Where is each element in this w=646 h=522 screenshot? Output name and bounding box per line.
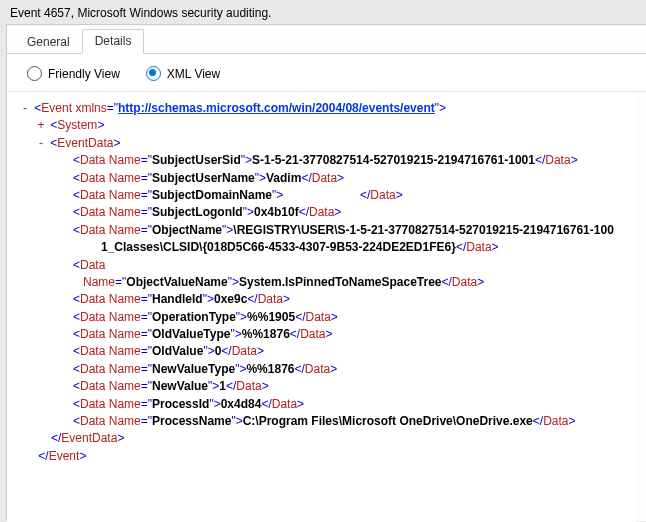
expand-icon[interactable]: + [35, 117, 47, 134]
data-element: <Data Name="OperationType">%%1905</Data> [19, 309, 624, 326]
data-element: <Data Name="ObjectValueName">System.IsPi… [19, 257, 624, 292]
tabs: General Details [7, 25, 646, 54]
xml-view-label: XML View [167, 67, 220, 81]
event-open-tag: Event [41, 101, 72, 115]
data-element: <Data Name="NewValueType">%%1876</Data> [19, 361, 624, 378]
xmlns-link[interactable]: http://schemas.microsoft.com/win/2004/08… [118, 101, 435, 115]
tab-details[interactable]: Details [82, 29, 145, 54]
data-element: <Data Name="ProcessId">0x4d84</Data> [19, 396, 624, 413]
event-close-tag: Event [49, 449, 80, 463]
eventdata-close-tag: EventData [61, 431, 117, 445]
collapse-icon[interactable]: - [19, 100, 31, 117]
xml-view-radio[interactable]: XML View [146, 66, 220, 81]
data-element: <Data Name="SubjectUserName">Vadim</Data… [19, 170, 624, 187]
eventdata-open-tag: EventData [57, 136, 113, 150]
data-element: <Data Name="ObjectName">\REGISTRY\USER\S… [19, 222, 624, 257]
system-tag: System [57, 118, 97, 132]
data-element: <Data Name="HandleId">0xe9c</Data> [19, 291, 624, 308]
details-panel: General Details Friendly View XML View -… [6, 24, 646, 521]
friendly-view-radio[interactable]: Friendly View [27, 66, 120, 81]
friendly-view-label: Friendly View [48, 67, 120, 81]
data-element: <Data Name="OldValue">0</Data> [19, 343, 624, 360]
radio-icon [146, 66, 161, 81]
data-element: <Data Name="SubjectUserSid">S-1-5-21-377… [19, 152, 624, 169]
data-element: <Data Name="NewValue">1</Data> [19, 378, 624, 395]
tab-general[interactable]: General [15, 31, 82, 54]
xml-content: - <Event xmlns="http://schemas.microsoft… [7, 92, 636, 522]
window-title: Event 4657, Microsoft Windows security a… [0, 0, 646, 24]
data-element: <Data Name="SubjectDomainName"> </Data> [19, 187, 624, 204]
collapse-icon[interactable]: - [35, 135, 47, 152]
view-options: Friendly View XML View [7, 54, 646, 92]
data-element: <Data Name="ProcessName">C:\Program File… [19, 413, 624, 430]
radio-icon [27, 66, 42, 81]
data-element: <Data Name="OldValueType">%%1876</Data> [19, 326, 624, 343]
data-element: <Data Name="SubjectLogonId">0x4b10f</Dat… [19, 204, 624, 221]
